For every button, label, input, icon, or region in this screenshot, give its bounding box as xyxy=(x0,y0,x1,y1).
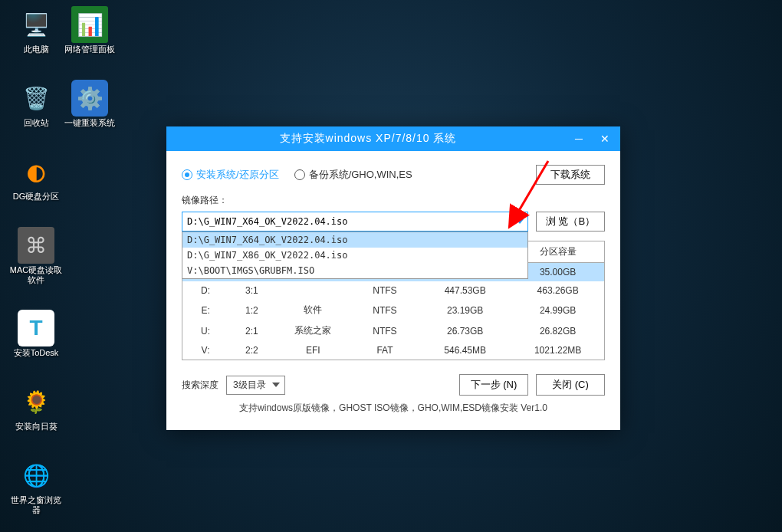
recycle-bin-icon: 🗑️ xyxy=(18,80,54,117)
cell-idx: 2:2 xyxy=(228,341,275,360)
desktop-icon-reinstall[interactable]: ⚙️ 一键重装系统 xyxy=(63,80,117,128)
cell-label: 软件 xyxy=(275,300,351,320)
cell-idx: 1:2 xyxy=(228,300,275,320)
sunflower-icon: 🌻 xyxy=(18,383,54,420)
cell-drive: U: xyxy=(182,320,229,341)
window-content: 安装系统/还原分区 备份系统/GHO,WIN,ES 下载系统 镜像路径： D:\… xyxy=(166,151,620,430)
desktop-icon-todesk[interactable]: T 安装ToDesk xyxy=(9,310,63,358)
depth-select[interactable]: 3级目录 xyxy=(226,376,285,395)
cell-drive: E: xyxy=(182,300,229,320)
desktop-icon-sunflower[interactable]: 🌻 安装向日葵 xyxy=(9,383,63,432)
cell-drive: V: xyxy=(182,341,229,360)
desktop-icon-mac[interactable]: ⌘ MAC硬盘读取软件 xyxy=(9,227,63,285)
cell-fs: NTFS xyxy=(351,320,419,341)
search-depth-label: 搜索深度 xyxy=(182,379,219,392)
icon-label: MAC硬盘读取软件 xyxy=(9,265,63,285)
browse-button[interactable]: 浏 览（B） xyxy=(536,212,605,232)
cell-label: EFI xyxy=(275,341,351,360)
disk-icon: ◐ xyxy=(18,153,54,190)
cell-fs: NTFS xyxy=(351,281,419,300)
table-row[interactable]: V: 2:2 EFI FAT 546.45MB 1021.22MB xyxy=(182,341,605,360)
icon-label: 网络管理面板 xyxy=(63,44,117,54)
desktop-icon-netpanel[interactable]: 📊 网络管理面板 xyxy=(63,6,117,54)
path-input[interactable] xyxy=(182,212,528,232)
chevron-down-icon xyxy=(272,383,280,387)
table-row[interactable]: U: 2:1 系统之家 NTFS 26.73GB 26.82GB xyxy=(182,320,605,341)
cell-drive: D: xyxy=(182,281,229,300)
bottom-row: 搜索深度 3级目录 下一步 (N) 关闭 (C) xyxy=(182,374,605,396)
path-dropdown: D:\G_WIN7_X64_OK_V2022.04.iso D:\G_WIN7_… xyxy=(182,232,528,279)
download-button[interactable]: 下载系统 xyxy=(536,165,605,185)
cell-free: 23.19GB xyxy=(419,300,511,320)
dropdown-option[interactable]: D:\G_WIN7_X64_OK_V2022.04.iso xyxy=(182,232,527,248)
cell-total: 463.26GB xyxy=(511,281,604,300)
close-action-button[interactable]: 关闭 (C) xyxy=(536,374,605,396)
chevron-down-icon[interactable] xyxy=(516,219,524,224)
table-row[interactable]: D: 3:1 NTFS 447.53GB 463.26GB xyxy=(182,281,605,300)
todesk-icon: T xyxy=(18,310,54,346)
radio-label: 安装系统/还原分区 xyxy=(196,168,279,182)
cell-total: 26.82GB xyxy=(511,320,604,341)
icon-label: 世界之窗浏览器 xyxy=(9,495,63,515)
depth-value: 3级目录 xyxy=(233,379,266,390)
cell-label xyxy=(275,281,351,300)
monitor-icon: 🖥️ xyxy=(18,6,54,43)
dropdown-option[interactable]: V:\BOOT\IMGS\GRUBFM.ISO xyxy=(182,263,527,278)
mac-icon: ⌘ xyxy=(18,227,54,264)
icon-label: DG硬盘分区 xyxy=(9,192,63,202)
gear-icon: ⚙️ xyxy=(71,80,108,117)
desktop-icon-recycle[interactable]: 🗑️ 回收站 xyxy=(9,80,63,128)
path-combobox[interactable]: D:\G_WIN7_X64_OK_V2022.04.iso D:\G_WIN7_… xyxy=(182,212,528,232)
cell-free: 447.53GB xyxy=(419,281,511,300)
installer-window: 支持安装windows XP/7/8/10 系统 ─ ✕ 安装系统/还原分区 备… xyxy=(166,126,620,430)
path-row: D:\G_WIN7_X64_OK_V2022.04.iso D:\G_WIN7_… xyxy=(182,212,605,232)
radio-icon xyxy=(294,169,305,180)
cell-label: 系统之家 xyxy=(275,320,351,341)
window-title: 支持安装windows XP/7/8/10 系统 xyxy=(166,132,570,146)
window-controls: ─ ✕ xyxy=(570,130,614,148)
cell-idx: 2:1 xyxy=(228,320,275,341)
cell-free: 546.45MB xyxy=(419,341,511,360)
radio-backup[interactable]: 备份系统/GHO,WIN,ES xyxy=(294,168,412,182)
desktop-icon-this-pc[interactable]: 🖥️ 此电脑 xyxy=(9,6,63,54)
cell-idx: 3:1 xyxy=(228,281,275,300)
titlebar[interactable]: 支持安装windows XP/7/8/10 系统 ─ ✕ xyxy=(166,126,620,151)
icon-label: 回收站 xyxy=(9,118,63,128)
radio-icon xyxy=(182,169,192,180)
radio-install[interactable]: 安装系统/还原分区 xyxy=(182,168,279,182)
dashboard-icon: 📊 xyxy=(71,6,108,43)
table-row[interactable]: E: 1:2 软件 NTFS 23.19GB 24.99GB xyxy=(182,300,605,320)
cell-total: 24.99GB xyxy=(511,300,604,320)
mode-row: 安装系统/还原分区 备份系统/GHO,WIN,ES 下载系统 xyxy=(182,165,605,185)
cell-fs: NTFS xyxy=(351,300,419,320)
globe-icon: 🌐 xyxy=(18,457,54,494)
radio-label: 备份系统/GHO,WIN,ES xyxy=(309,168,412,182)
cell-fs: FAT xyxy=(351,341,419,360)
footer-text: 支持windows原版镜像，GHOST ISO镜像，GHO,WIM,ESD镜像安… xyxy=(182,402,605,421)
icon-label: 安装ToDesk xyxy=(9,348,63,358)
icon-label: 一键重装系统 xyxy=(63,118,117,128)
close-button[interactable]: ✕ xyxy=(596,130,614,148)
path-label: 镜像路径： xyxy=(182,194,605,207)
icon-label: 此电脑 xyxy=(9,44,63,54)
desktop-icon-world[interactable]: 🌐 世界之窗浏览器 xyxy=(9,457,63,515)
minimize-button[interactable]: ─ xyxy=(570,130,588,148)
cell-free: 26.73GB xyxy=(419,320,511,341)
icon-label: 安装向日葵 xyxy=(9,422,63,432)
cell-total: 1021.22MB xyxy=(511,341,604,360)
desktop-icon-dg[interactable]: ◐ DG硬盘分区 xyxy=(9,153,63,202)
dropdown-option[interactable]: D:\G_WIN7_X86_OK_V2022.04.iso xyxy=(182,248,527,263)
next-button[interactable]: 下一步 (N) xyxy=(459,374,528,396)
